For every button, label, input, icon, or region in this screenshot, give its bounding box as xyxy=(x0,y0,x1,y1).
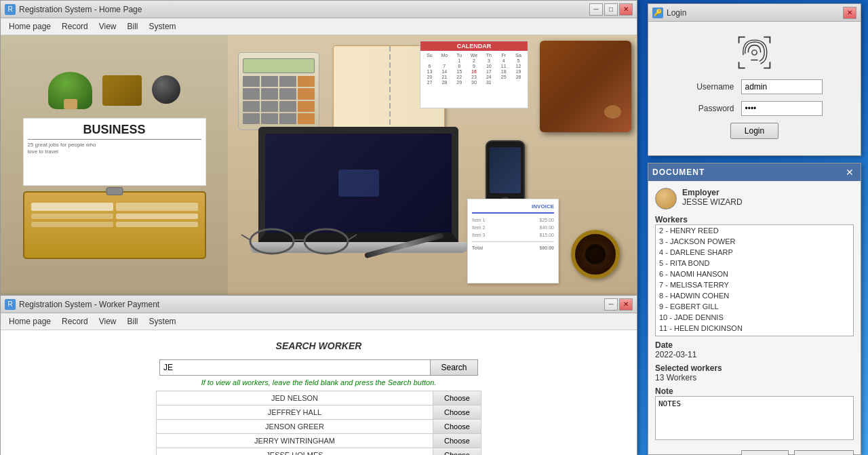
login-titlebar[interactable]: 🔑 Login ✕ xyxy=(648,4,861,22)
list-item[interactable]: 7 - MELISSA TERRY xyxy=(656,279,853,290)
login-button[interactable]: Login xyxy=(730,123,778,139)
list-item[interactable]: 4 - DARLENE SHARP xyxy=(656,247,853,258)
desk-left: BUSINESS 25 great jobs for people wholov… xyxy=(1,35,228,296)
password-input[interactable] xyxy=(741,101,823,116)
svg-line-4 xyxy=(348,235,357,240)
payment-title-text: Registration System - Worker Payment xyxy=(19,300,159,309)
date-label: Date xyxy=(655,340,854,350)
payment-window-icon: R xyxy=(5,299,16,310)
home-minimize-button[interactable]: ─ xyxy=(589,3,603,16)
payment-title-left: R Registration System - Worker Payment xyxy=(5,299,159,310)
search-hint: If to view all workers, leave the field … xyxy=(11,378,627,387)
login-window-controls[interactable]: ✕ xyxy=(843,7,856,19)
choose-button-1[interactable]: Choose xyxy=(433,391,481,405)
choose-button-4[interactable]: Choose xyxy=(433,434,481,448)
payment-titlebar[interactable]: R Registration System - Worker Payment ─… xyxy=(1,296,637,313)
login-title-text: Login xyxy=(667,8,686,18)
username-label: Username xyxy=(687,82,734,92)
home-menu-view[interactable]: View xyxy=(94,20,122,33)
username-input[interactable] xyxy=(741,79,823,94)
choose-button-3[interactable]: Choose xyxy=(433,420,481,433)
list-item[interactable]: 9 - EGBERT GILL xyxy=(656,301,853,312)
payment-menu-system[interactable]: System xyxy=(144,315,182,328)
worker-results-list: JED NELSON Choose JEFFREY HALL Choose JE… xyxy=(156,391,481,455)
home-window: R Registration System - Home Page ─ □ ✕ … xyxy=(0,0,637,295)
calendar: CALENDAR SuMoTuWeThFrSa 12345 6789101112… xyxy=(420,41,528,108)
document-window: DOCUMENT ✕ Employer JESSE WIZARD Workers… xyxy=(648,163,861,455)
search-button[interactable]: Search xyxy=(431,359,478,376)
note-textarea[interactable]: NOTES xyxy=(655,396,854,440)
search-input[interactable] xyxy=(159,359,431,376)
list-item[interactable]: 6 - NAOMI HANSON xyxy=(656,269,853,279)
list-item[interactable]: 11 - HELEN DICKINSON xyxy=(656,323,853,334)
home-titlebar[interactable]: R Registration System - Home Page ─ □ ✕ xyxy=(1,1,637,18)
note-label: Note xyxy=(655,387,854,396)
document-close-button[interactable]: ✕ xyxy=(843,166,856,178)
payment-menu-homepage[interactable]: Home page xyxy=(3,315,56,328)
cancel-button[interactable]: CANCEL xyxy=(794,450,854,455)
worker-name-4: JERRY WINTRINGHAM xyxy=(157,434,433,448)
list-item[interactable]: 8 - HADWIN COHEN xyxy=(656,290,853,301)
choose-button-5[interactable]: Choose xyxy=(433,448,481,455)
payment-window: R Registration System - Worker Payment ─… xyxy=(0,295,637,455)
document-titlebar[interactable]: DOCUMENT ✕ xyxy=(648,163,861,181)
payment-minimize-button[interactable]: ─ xyxy=(604,298,618,311)
svg-point-5 xyxy=(752,50,757,54)
password-row: Password xyxy=(658,101,850,116)
document-content: Employer JESSE WIZARD Workers 2 - HENRY … xyxy=(648,181,861,454)
home-window-icon: R xyxy=(5,4,16,15)
home-title-text: Registration System - Home Page xyxy=(19,5,142,14)
payment-menubar: Home page Record View Bill System xyxy=(1,313,637,330)
username-row: Username xyxy=(658,79,850,94)
glasses xyxy=(238,221,360,258)
payment-close-button[interactable]: ✕ xyxy=(619,298,633,311)
payment-menu-record[interactable]: Record xyxy=(56,315,94,328)
search-bar: Search xyxy=(11,359,627,376)
home-menu-homepage[interactable]: Home page xyxy=(3,20,56,33)
svg-point-1 xyxy=(304,229,348,254)
document-title-text: DOCUMENT xyxy=(652,167,705,177)
employer-info: Employer JESSE WIZARD xyxy=(682,188,854,207)
home-window-controls[interactable]: ─ □ ✕ xyxy=(589,3,633,16)
list-item[interactable]: 2 - HENRY REED xyxy=(656,225,853,236)
home-menu-bill[interactable]: Bill xyxy=(122,20,144,33)
password-label: Password xyxy=(687,104,734,113)
workers-section: Workers 2 - HENRY REED 3 - JACKSON POWER… xyxy=(655,215,854,336)
login-content: Username Password Login xyxy=(648,22,861,149)
list-item[interactable]: 5 - RITA BOND xyxy=(656,258,853,269)
list-item[interactable]: 3 - JACKSON POWER xyxy=(656,236,853,247)
desk-right: CALENDAR SuMoTuWeThFrSa 12345 6789101112… xyxy=(228,35,637,296)
list-item[interactable]: 12 - DANIELLE GUZMAN xyxy=(656,334,853,336)
home-close-button[interactable]: ✕ xyxy=(619,3,633,16)
wood-block xyxy=(102,75,142,106)
login-window: 🔑 Login ✕ xyxy=(648,3,861,156)
worker-name-2: JEFFREY HALL xyxy=(157,405,433,419)
home-maximize-button[interactable]: □ xyxy=(604,3,618,16)
login-window-icon: 🔑 xyxy=(652,7,663,18)
payment-window-controls[interactable]: ─ ✕ xyxy=(604,298,633,311)
list-item[interactable]: 10 - JADE DENNIS xyxy=(656,312,853,323)
payment-menu-view[interactable]: View xyxy=(94,315,122,328)
home-window-content: BUSINESS 25 great jobs for people wholov… xyxy=(1,35,637,296)
workers-list-box[interactable]: 2 - HENRY REED 3 - JACKSON POWER 4 - DAR… xyxy=(655,224,854,336)
employer-value: JESSE WIZARD xyxy=(682,197,854,207)
home-menu-record[interactable]: Record xyxy=(56,20,94,33)
save-button[interactable]: SAVE xyxy=(741,450,789,455)
login-close-button[interactable]: ✕ xyxy=(843,7,856,19)
worker-row-4: JERRY WINTRINGHAM Choose xyxy=(156,433,481,448)
date-section: Date 2022-03-11 xyxy=(655,340,854,359)
worker-name-1: JED NELSON xyxy=(157,391,433,405)
leather-binder xyxy=(540,41,631,132)
note-section: Note NOTES xyxy=(655,387,854,442)
worker-row-1: JED NELSON Choose xyxy=(156,391,481,405)
employer-label: Employer xyxy=(682,188,854,197)
home-menu-system[interactable]: System xyxy=(144,20,182,33)
dark-sphere xyxy=(152,75,180,104)
choose-button-2[interactable]: Choose xyxy=(433,405,481,419)
selected-workers-value: 13 Workers xyxy=(655,373,854,382)
payment-content: SEARCH WORKER Search If to view all work… xyxy=(1,330,637,455)
coffee-cup xyxy=(571,230,620,279)
desktop: R Registration System - Home Page ─ □ ✕ … xyxy=(0,0,868,455)
home-menubar: Home page Record View Bill System xyxy=(1,18,637,35)
payment-menu-bill[interactable]: Bill xyxy=(122,315,144,328)
